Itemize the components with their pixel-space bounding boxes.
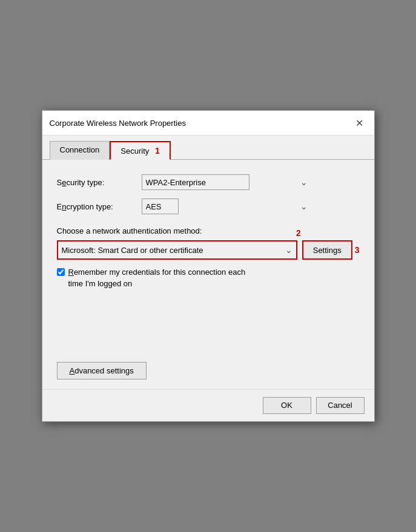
dialog-window: Corporate Wireless Network Properties ✕ … <box>42 110 375 421</box>
annotation-3: 3 <box>355 245 360 255</box>
security-type-select-wrapper: WPA2-Enterprise WPA-Enterprise WPA2-Pers… <box>142 174 311 190</box>
settings-btn-area: Settings 3 <box>302 240 360 260</box>
spacer <box>57 289 360 338</box>
close-button[interactable]: ✕ <box>352 116 367 130</box>
dialog-footer: OK Cancel <box>42 389 374 421</box>
credentials-checkbox-label: Remember my credentials for this connect… <box>68 267 246 289</box>
auth-method-select[interactable]: Microsoft: Smart Card or other certifica… <box>58 241 296 258</box>
title-bar: Corporate Wireless Network Properties ✕ <box>42 111 374 136</box>
auth-section: Choose a network authentication method: … <box>57 226 360 289</box>
encryption-type-label: Encryption type: <box>57 202 142 211</box>
auth-method-label: Choose a network authentication method: <box>57 226 360 235</box>
cancel-button[interactable]: Cancel <box>316 397 365 414</box>
encryption-type-select-wrapper: AES TKIP <box>142 199 311 214</box>
dialog-content: Security type: WPA2-Enterprise WPA-Enter… <box>42 160 374 389</box>
auth-select-outer: 2 Microsoft: Smart Card or other certifi… <box>57 240 297 260</box>
auth-row: 2 Microsoft: Smart Card or other certifi… <box>57 240 360 260</box>
advanced-section: Advanced settings <box>57 362 360 379</box>
annotation-1: 1 <box>155 146 160 156</box>
tab-connection[interactable]: Connection <box>50 141 110 160</box>
annotation-2: 2 <box>296 228 301 238</box>
dialog-title: Corporate Wireless Network Properties <box>50 119 186 128</box>
settings-button[interactable]: Settings <box>303 241 351 258</box>
remember-credentials-checkbox[interactable] <box>57 268 65 276</box>
encryption-type-select[interactable]: AES TKIP <box>142 199 179 214</box>
ok-button[interactable]: OK <box>263 397 311 414</box>
security-type-row: Security type: WPA2-Enterprise WPA-Enter… <box>57 174 360 190</box>
advanced-settings-button[interactable]: Advanced settings <box>57 362 147 379</box>
tab-security[interactable]: Security 1 <box>110 141 170 160</box>
security-type-label: Security type: <box>57 178 142 187</box>
credentials-checkbox-row: Remember my credentials for this connect… <box>57 267 360 289</box>
encryption-type-row: Encryption type: AES TKIP <box>57 199 360 214</box>
security-type-select[interactable]: WPA2-Enterprise WPA-Enterprise WPA2-Pers… <box>142 174 249 190</box>
tab-bar: Connection Security 1 <box>42 136 374 160</box>
settings-btn-wrapper: Settings <box>302 240 352 260</box>
